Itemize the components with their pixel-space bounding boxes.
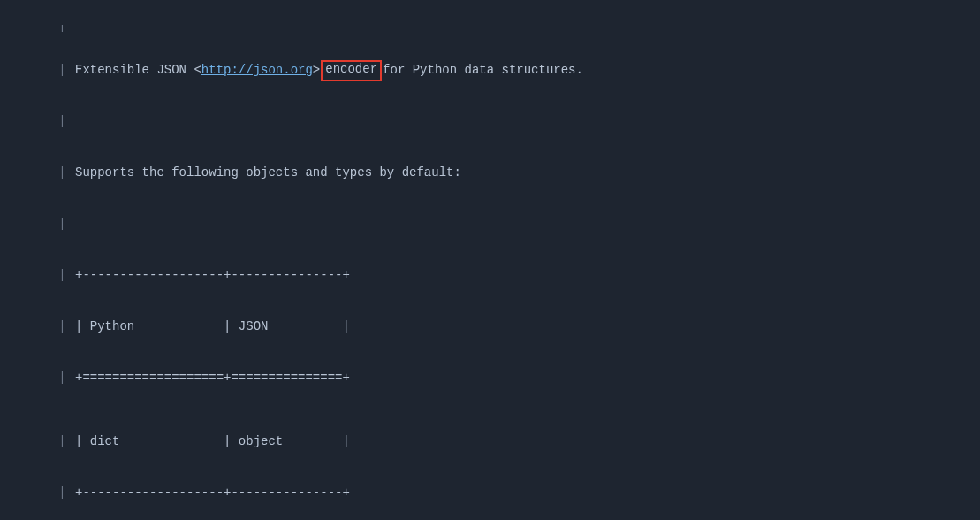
doc-line: | bbox=[0, 210, 980, 237]
gutter-pipe: | bbox=[58, 108, 66, 134]
table-row: || dict | object | bbox=[0, 428, 980, 455]
doc-line: | bbox=[0, 108, 980, 134]
gutter-pipe: | bbox=[58, 262, 66, 288]
highlighted-word: encoder bbox=[321, 60, 382, 81]
gutter-pipe: | bbox=[58, 313, 66, 340]
gutter-pipe: | bbox=[58, 210, 66, 237]
table-header-sep: |+===================+===============+ bbox=[0, 364, 980, 391]
intro-tail: for Python data structures. bbox=[383, 63, 583, 77]
intro-text-after: > bbox=[313, 63, 320, 77]
table-border: |+-------------------+---------------+ bbox=[0, 262, 980, 288]
table-header-row: || Python | JSON | bbox=[0, 313, 980, 340]
intro-text-before: Extensible JSON < bbox=[75, 63, 201, 77]
table-rowsep: |+-------------------+---------------+ bbox=[0, 479, 980, 506]
doc-line: | bbox=[0, 25, 980, 32]
gutter-pipe: | bbox=[58, 57, 66, 83]
supports-text: Supports the following objects and types… bbox=[75, 165, 461, 180]
doc-intro-line: |Extensible JSON <http://json.org>encode… bbox=[0, 57, 980, 83]
doc-supports-line: |Supports the following objects and type… bbox=[0, 159, 980, 186]
gutter-pipe: | bbox=[58, 159, 66, 186]
gutter-pipe: | bbox=[58, 25, 66, 32]
json-org-link[interactable]: http://json.org bbox=[201, 63, 313, 77]
gutter-pipe: | bbox=[58, 364, 66, 391]
console-output: | |Extensible JSON <http://json.org>enco… bbox=[0, 0, 980, 520]
